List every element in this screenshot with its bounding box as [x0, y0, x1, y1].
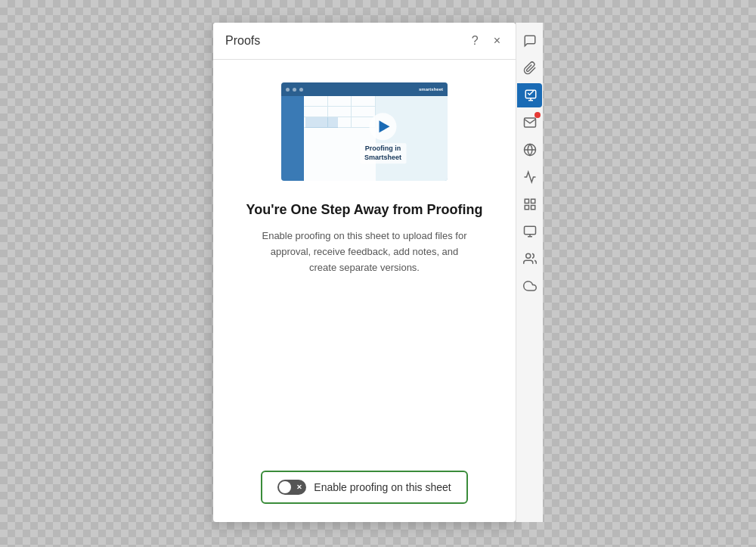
thumb-header: smartsheet [281, 82, 448, 96]
sidebar-item-summary[interactable] [518, 192, 542, 216]
notification-badge [534, 112, 541, 118]
sidebar-item-activity[interactable] [518, 165, 542, 189]
video-caption-line1: Proofing in [365, 145, 401, 152]
toggle-knob [279, 481, 291, 493]
play-button[interactable] [370, 113, 397, 140]
dialog-heading: You're One Step Away from Proofing [246, 202, 483, 218]
thumb-logo: smartsheet [419, 87, 443, 92]
sidebar-item-share[interactable] [518, 247, 542, 271]
svg-rect-3 [525, 199, 528, 203]
dialog-title: Proofs [225, 34, 260, 48]
dialog-body: smartsheet [213, 60, 516, 458]
svg-rect-5 [525, 206, 528, 210]
sidebar-item-notification[interactable] [518, 110, 542, 135]
thumb-content: Proofing in Smartsheet [281, 96, 448, 181]
video-caption-line2: Smartsheet [364, 154, 401, 161]
dialog-header-actions: ? × [469, 33, 503, 48]
dialog-footer: ✕ Enable proofing on this sheet [213, 458, 516, 522]
svg-rect-7 [524, 226, 535, 235]
thumb-col-5 [328, 107, 352, 117]
thumb-highlight [305, 117, 338, 128]
enable-proofing-toggle[interactable]: ✕ [277, 480, 306, 495]
thumb-col-4 [304, 107, 328, 117]
svg-point-10 [525, 253, 530, 258]
thumb-main: Proofing in Smartsheet [304, 96, 448, 181]
dialog-description: Enable proofing on this sheet to upload … [259, 228, 470, 275]
proofs-dialog: Proofs ? × smartsheet [213, 23, 516, 522]
thumb-dot-1 [286, 88, 290, 92]
play-triangle-icon [379, 120, 389, 132]
video-caption: Proofing in Smartsheet [360, 143, 406, 163]
sidebar-item-attachment[interactable] [518, 56, 542, 80]
thumb-dot-2 [293, 88, 296, 92]
thumb-grid-line-1 [304, 96, 376, 107]
thumb-col-3 [352, 96, 376, 106]
sidebar-item-proof[interactable] [518, 83, 542, 107]
sidebar-item-globe[interactable] [518, 138, 542, 162]
active-indicator [517, 83, 519, 107]
video-thumbnail[interactable]: smartsheet [281, 82, 448, 181]
toggle-label: Enable proofing on this sheet [314, 481, 451, 493]
sidebar-item-cloud[interactable] [518, 274, 542, 298]
thumb-col-2 [328, 96, 352, 106]
thumb-sidebar [281, 96, 304, 181]
svg-rect-4 [531, 199, 534, 203]
thumb-dot-3 [299, 88, 303, 92]
help-button[interactable]: ? [469, 33, 482, 48]
enable-proofing-toggle-container[interactable]: ✕ Enable proofing on this sheet [261, 471, 467, 504]
dialog-header: Proofs ? × [213, 23, 516, 60]
close-button[interactable]: × [491, 33, 503, 48]
right-sidebar [516, 23, 543, 522]
play-overlay: Proofing in Smartsheet [360, 113, 406, 163]
toggle-x-icon: ✕ [296, 483, 302, 491]
svg-rect-6 [531, 206, 534, 210]
sidebar-item-grid[interactable] [518, 219, 542, 244]
sidebar-item-comment[interactable] [518, 29, 542, 53]
thumb-col-1 [304, 96, 328, 106]
